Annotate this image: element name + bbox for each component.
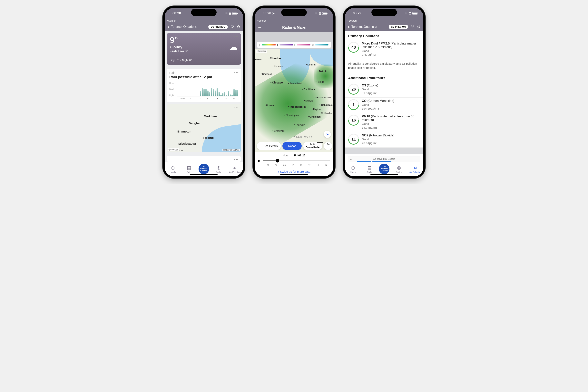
home-indicator[interactable] bbox=[190, 174, 218, 175]
swipe-up-hint[interactable]: ↑ Swipe up for more data bbox=[255, 168, 333, 176]
home-indicator[interactable] bbox=[370, 174, 398, 175]
tab-home[interactable]: The Weather Channel bbox=[198, 164, 209, 174]
ylabel: Light bbox=[169, 94, 176, 96]
rain-bar bbox=[202, 88, 203, 96]
back-label: Search bbox=[168, 19, 176, 22]
location-arrow-icon: ➤ bbox=[348, 25, 350, 29]
location-label: Toronto, Ontario bbox=[352, 25, 374, 28]
location-selector[interactable]: ➤ Toronto, Ontario ⌕ bbox=[168, 25, 197, 29]
ad-options-button[interactable]: Ad options bbox=[357, 161, 372, 162]
mix-legend-icon: ▮ bbox=[277, 44, 278, 46]
ad-back-icon[interactable]: ← bbox=[350, 158, 352, 161]
status-time: 08:28 bbox=[263, 11, 271, 15]
ad-feedback-button[interactable]: Send feedback bbox=[372, 161, 391, 162]
tab-air-pollution[interactable]: ≋Air Pollution bbox=[408, 165, 422, 173]
aqi-value: 1 bbox=[352, 102, 354, 107]
chevron-left-icon: ‹ bbox=[257, 19, 258, 22]
rain-chart: Heavy Mod. Light bbox=[169, 82, 238, 96]
pollutant-row: 11 NO2 (Nitrogen Dioxide) Good 23.61µg/m… bbox=[345, 132, 423, 148]
go-premium-button[interactable]: GO PREMIUM bbox=[389, 25, 408, 29]
signal-icon: ∷∷ bbox=[225, 12, 228, 15]
tick: 08 bbox=[272, 164, 280, 166]
go-premium-button[interactable]: GO PREMIUM bbox=[208, 25, 228, 29]
search-icon: ⌕ bbox=[195, 25, 197, 28]
timeline-slider[interactable] bbox=[263, 160, 330, 161]
aqi-gauge: 16 bbox=[346, 112, 361, 128]
aqi-gauge: 26 bbox=[346, 81, 361, 97]
aqi-value: 16 bbox=[352, 118, 356, 122]
battery-icon bbox=[232, 12, 237, 15]
radar-chip[interactable]: Radar bbox=[282, 142, 302, 150]
osm-attribution: © OpenStreetMap bbox=[222, 149, 240, 151]
card-menu-icon[interactable]: ••• bbox=[234, 35, 239, 38]
future-radar-chip[interactable]: NEW 24-Hr Future Radar bbox=[303, 142, 322, 150]
location-selector[interactable]: ➤ Toronto, Ontario ⌕ bbox=[348, 25, 377, 29]
next-card-peek[interactable]: ••• bbox=[166, 156, 241, 162]
tab-hourly[interactable]: ◷Hourly bbox=[346, 165, 360, 173]
back-to-search[interactable]: ‹ Search bbox=[255, 19, 333, 23]
tab-radar[interactable]: ◎Radar bbox=[212, 165, 226, 173]
pollutant-status: Good bbox=[362, 49, 420, 52]
bell-icon[interactable]: ♡̷ bbox=[230, 24, 234, 29]
map-legend[interactable]: ｜ ▮ ⁑ ❄ bbox=[257, 42, 331, 48]
radar-icon: ◎ bbox=[217, 165, 220, 170]
gear-icon[interactable]: ⚙ bbox=[417, 24, 420, 29]
signal-icon: ∷∷ bbox=[405, 12, 408, 15]
pollutant-desc: (Carbon Monoxide) bbox=[367, 99, 394, 102]
region-label: KENTUCKY bbox=[294, 135, 312, 138]
why-this-ad-link[interactable]: Why this ad? ▷ bbox=[392, 161, 412, 162]
bell-icon[interactable]: ♡̷ bbox=[411, 24, 414, 29]
tab-air-pollution[interactable]: ≋Air Pollution bbox=[228, 165, 242, 173]
back-to-search[interactable]: ‹ Search bbox=[345, 19, 423, 23]
status-time: 08:29 bbox=[353, 11, 361, 15]
rain-card[interactable]: ••• Rain Rain possible after 12 pm. Heav… bbox=[166, 68, 241, 102]
pollutant-measure: 9.47µg/m3 bbox=[362, 53, 420, 56]
map-label: Vaughan bbox=[189, 122, 202, 125]
tab-daily[interactable]: ▤Daily bbox=[362, 165, 376, 173]
primary-pollutant-row: 48 Micro Dust / PM2.5 (Particulate matte… bbox=[345, 40, 423, 59]
gear-icon[interactable]: ⚙ bbox=[237, 24, 240, 29]
city-label: Louisville bbox=[294, 123, 305, 126]
radar-header: ← Radar & Maps bbox=[255, 23, 333, 32]
play-icon[interactable]: ▶ bbox=[258, 158, 261, 163]
card-menu-icon[interactable]: ••• bbox=[234, 70, 239, 74]
locate-me-button[interactable]: ➤ bbox=[324, 131, 331, 138]
rain-bar bbox=[216, 88, 218, 96]
tab-home[interactable]: The Weather Channel bbox=[379, 164, 390, 174]
pollutant-status: Good bbox=[362, 103, 420, 106]
more-chip[interactable]: Fu bbox=[324, 142, 332, 150]
ice-legend-icon: ⁑ bbox=[294, 44, 296, 46]
current-conditions-card[interactable]: ••• 9° Cloudy Feels Like 8° Day 10° • Ni… bbox=[166, 33, 241, 65]
signal-icon: ∷∷ bbox=[315, 12, 318, 15]
search-icon: ⌕ bbox=[375, 25, 377, 28]
xlabel: 12 bbox=[204, 97, 212, 100]
tab-hourly[interactable]: ◷Hourly bbox=[166, 165, 180, 173]
city-label: Kenosha bbox=[272, 64, 283, 68]
rain-bar bbox=[226, 95, 227, 96]
home-indicator[interactable] bbox=[280, 174, 308, 175]
map-card[interactable]: ••• Markham Vaughan Brampton Toronto Mis… bbox=[166, 104, 241, 152]
ad-spacer bbox=[345, 148, 423, 154]
aqi-value: 26 bbox=[352, 87, 356, 92]
card-menu-icon[interactable]: ••• bbox=[234, 106, 239, 110]
rain-bar bbox=[213, 89, 214, 96]
tab-daily[interactable]: ▤Daily bbox=[182, 165, 196, 173]
mapbox-attribution: ⓘ mapbox bbox=[168, 148, 179, 151]
map-label: Brampton bbox=[178, 130, 191, 133]
location-arrow-icon: ➤ bbox=[168, 25, 170, 29]
battery-icon bbox=[322, 12, 327, 15]
dynamic-island bbox=[372, 8, 397, 16]
back-label: Search bbox=[348, 19, 356, 22]
timeline-now-label: Now bbox=[283, 154, 288, 157]
rain-bar bbox=[228, 91, 229, 96]
ad-box[interactable]: ← Ad served by Google Ad options Send fe… bbox=[348, 156, 420, 162]
card-menu-icon[interactable]: ••• bbox=[234, 158, 239, 162]
tab-radar[interactable]: ◎Radar bbox=[392, 165, 406, 173]
rain-headline: Rain possible after 12 pm. bbox=[169, 75, 238, 79]
slider-thumb[interactable] bbox=[276, 159, 279, 162]
city-label: Chillicothe bbox=[320, 112, 332, 115]
see-details-chip[interactable]: ☰See Details bbox=[257, 142, 281, 150]
back-to-search[interactable]: ‹ Search bbox=[165, 19, 243, 23]
radar-map[interactable]: ⓘ mapbox ⓘ Milwaukee dison Kenosha Rockf… bbox=[255, 49, 333, 152]
pollutant-measure: 14.74µg/m3 bbox=[362, 126, 420, 129]
